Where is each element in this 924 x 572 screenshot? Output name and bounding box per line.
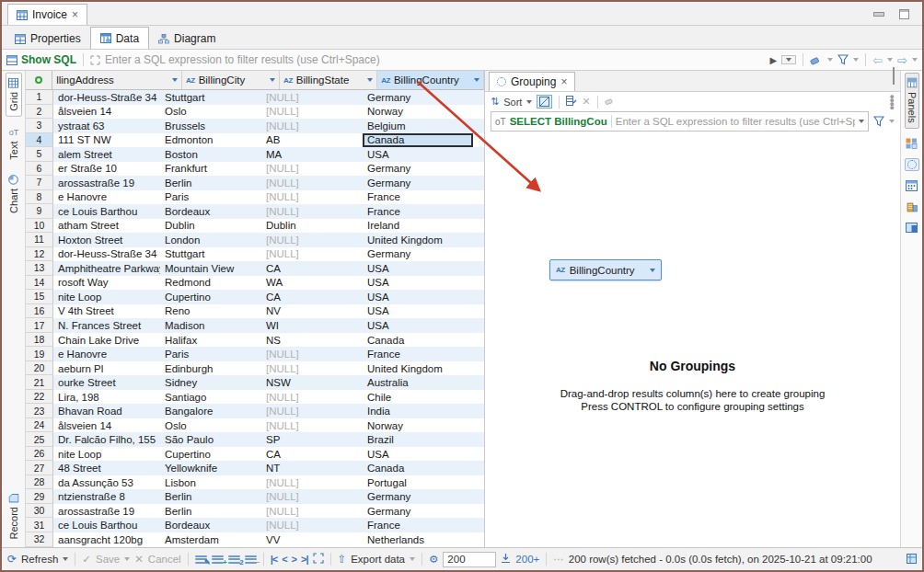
table-cell[interactable]: nite Loop: [53, 447, 160, 462]
settings-gear-icon[interactable]: ⚙: [429, 553, 438, 566]
table-cell[interactable]: Lira, 198: [53, 390, 160, 405]
table-cell[interactable]: [NULL]: [261, 390, 363, 405]
nav-first-button[interactable]: |<: [271, 554, 278, 565]
grouping-funnel-icon[interactable]: [873, 116, 884, 127]
column-header-billingaddress[interactable]: llingAddress: [52, 71, 182, 89]
duplicate-row-icon[interactable]: 2: [228, 555, 240, 564]
export-data-button[interactable]: Export data: [351, 554, 405, 565]
table-cell[interactable]: Frankfurt: [160, 162, 261, 177]
table-cell[interactable]: Edinburgh: [160, 361, 261, 376]
row-number[interactable]: 4: [26, 133, 53, 148]
table-cell[interactable]: France: [363, 518, 473, 532]
maximize-view-icon[interactable]: [899, 9, 909, 19]
row-number[interactable]: 30: [26, 504, 53, 519]
tab-invoice-close-icon[interactable]: ×: [72, 8, 78, 21]
show-sql-button[interactable]: Show SQL: [6, 53, 76, 66]
table-cell[interactable]: USA: [363, 147, 473, 162]
fetch-size-input[interactable]: 200: [443, 552, 496, 567]
row-number[interactable]: 17: [26, 318, 53, 333]
dragged-column-chip[interactable]: AZ BillingCountry: [549, 259, 662, 280]
table-cell[interactable]: alem Street: [53, 147, 160, 162]
table-cell[interactable]: São Paulo: [160, 432, 261, 447]
table-cell[interactable]: 111 ST NW: [53, 133, 160, 148]
table-cell[interactable]: USA: [363, 290, 473, 304]
table-cell[interactable]: Cupertino: [160, 447, 261, 462]
tab-diagram[interactable]: Diagram: [149, 29, 225, 49]
table-cell[interactable]: CA: [261, 261, 363, 276]
table-cell[interactable]: France: [363, 204, 473, 219]
table-cell[interactable]: [NULL]: [261, 105, 363, 120]
column-header-billingstate[interactable]: AZ BillingState: [280, 71, 377, 89]
table-cell[interactable]: dor-Heuss-Straße 34: [53, 247, 160, 262]
grouping-panel-icon[interactable]: [905, 158, 919, 171]
select-all-corner[interactable]: [26, 71, 52, 89]
table-cell[interactable]: [NULL]: [261, 247, 363, 262]
table-cell[interactable]: Amphitheatre Parkway: [53, 261, 160, 276]
table-cell[interactable]: Boston: [160, 147, 261, 162]
table-cell[interactable]: VV: [261, 532, 363, 547]
edit-columns-icon[interactable]: [566, 96, 577, 108]
table-cell[interactable]: Berlin: [160, 176, 261, 190]
fetch-next-label[interactable]: 200+: [515, 554, 539, 565]
refresh-button-label[interactable]: Refresh: [21, 554, 58, 565]
table-cell[interactable]: Norway: [363, 418, 473, 433]
show-duplicates-toggle[interactable]: [537, 95, 552, 109]
more-icon[interactable]: ⋯: [553, 553, 564, 566]
nav-back-dropdown-icon[interactable]: [887, 58, 893, 62]
row-number[interactable]: 16: [26, 304, 53, 319]
table-cell[interactable]: USA: [363, 447, 473, 462]
table-cell[interactable]: Yellowknife: [160, 461, 261, 475]
delete-grouping-icon[interactable]: ✕: [582, 96, 590, 108]
panels-toggle-tab[interactable]: Panels: [905, 73, 919, 129]
nav-back-icon[interactable]: ⇦: [872, 53, 883, 67]
table-cell[interactable]: Reno: [160, 304, 261, 319]
minimize-view-icon[interactable]: [873, 12, 884, 17]
refresh-dropdown-icon[interactable]: [63, 557, 68, 561]
table-cell[interactable]: ålsveien 14: [53, 418, 160, 433]
nav-prev-button[interactable]: <: [282, 554, 286, 565]
table-cell[interactable]: Germany: [363, 489, 473, 504]
presentation-tab-chart[interactable]: Chart: [6, 170, 21, 218]
table-cell[interactable]: V 4th Street: [53, 304, 160, 319]
row-number[interactable]: 14: [26, 276, 53, 291]
grouping-filter-dropdown-icon[interactable]: [859, 120, 864, 123]
table-cell[interactable]: USA: [363, 318, 473, 333]
table-cell[interactable]: Madison: [160, 318, 261, 333]
fetch-next-icon[interactable]: [501, 554, 511, 566]
table-cell[interactable]: Germany: [363, 247, 473, 262]
row-number[interactable]: 7: [26, 176, 53, 190]
delete-row-icon[interactable]: −: [245, 555, 257, 564]
table-cell[interactable]: NS: [261, 333, 363, 348]
table-cell[interactable]: Edmonton: [160, 133, 261, 148]
table-cell[interactable]: arossastraße 19: [53, 176, 160, 190]
table-cell[interactable]: AB: [261, 133, 363, 148]
sort-icon[interactable]: ⇅: [491, 96, 499, 108]
table-cell[interactable]: Canada: [363, 461, 473, 475]
table-cell[interactable]: NT: [261, 461, 363, 475]
table-cell[interactable]: France: [363, 347, 473, 361]
table-cell[interactable]: United Kingdom: [363, 233, 473, 247]
row-number[interactable]: 25: [26, 432, 53, 447]
table-cell[interactable]: Cupertino: [160, 290, 261, 304]
row-number[interactable]: 5: [26, 147, 53, 162]
eraser-icon[interactable]: [810, 54, 823, 65]
value-viewer-panel-icon[interactable]: [905, 222, 919, 235]
status-corner-icon[interactable]: [907, 554, 917, 566]
table-cell[interactable]: aansgracht 120bg: [53, 532, 160, 547]
row-number[interactable]: 26: [26, 447, 53, 462]
row-number[interactable]: 22: [26, 390, 53, 405]
table-cell[interactable]: India: [363, 404, 473, 418]
table-cell[interactable]: e Hanovre: [53, 347, 160, 361]
table-cell[interactable]: Netherlands: [363, 532, 473, 547]
table-cell[interactable]: Hoxton Street: [53, 233, 160, 247]
table-cell[interactable]: MA: [261, 147, 363, 162]
table-cell[interactable]: 48 Street: [53, 461, 160, 475]
row-number[interactable]: 10: [26, 219, 53, 234]
row-number[interactable]: 9: [26, 204, 53, 219]
table-cell[interactable]: Bhavan Road: [53, 404, 160, 418]
table-cell[interactable]: Stuttgart: [160, 90, 261, 105]
row-number[interactable]: 32: [26, 532, 53, 547]
row-number[interactable]: 6: [26, 162, 53, 177]
row-number[interactable]: 13: [26, 261, 53, 276]
sql-filter-input[interactable]: Enter a SQL expression to filter results…: [105, 53, 765, 66]
